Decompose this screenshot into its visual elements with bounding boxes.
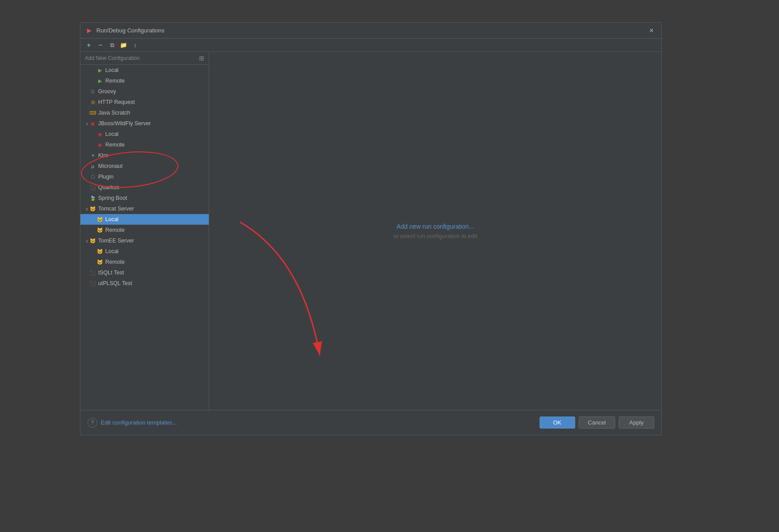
tree-icon-tomee-server: 🐱 <box>89 237 96 244</box>
tree-label-local-0: Local <box>105 67 119 73</box>
tree-item-spring-boot[interactable]: 🍃Spring Boot <box>80 193 209 203</box>
tree-icon-groovy: G <box>89 88 96 95</box>
tree-label-spring-boot: Spring Boot <box>98 195 127 201</box>
tree-icon-tomcat-remote: 🐱 <box>96 226 103 234</box>
tree-icon-jboss-wildfly: ◉ <box>89 120 96 127</box>
tree-label-tomcat-remote: Remote <box>105 227 125 233</box>
left-panel: Add New Configuration ⊞ ▶Local▶RemoteGGr… <box>80 52 209 410</box>
tree-item-remote-0[interactable]: ▶Remote <box>80 75 209 86</box>
tree-icon-jboss-local: ◉ <box>96 131 103 138</box>
add-new-config-link[interactable]: Add new run configuration... <box>397 223 474 230</box>
right-panel: Add new run configuration... or select r… <box>209 52 661 410</box>
tree-item-groovy[interactable]: GGroovy <box>80 86 209 97</box>
tree-item-jboss-remote[interactable]: ◉Remote <box>80 139 209 150</box>
tree-item-java-scratch[interactable]: ⌨Java Scratch <box>80 107 209 118</box>
tree-item-ktor[interactable]: ✦Ktor <box>80 150 209 161</box>
edit-templates-link[interactable]: Edit configuration templates... <box>101 419 177 426</box>
tree-label-remote-0: Remote <box>105 78 125 84</box>
pin-icon: ⊞ <box>199 55 204 62</box>
sort-config-toolbar-btn[interactable]: ↕ <box>130 40 140 50</box>
tree-item-plugin[interactable]: ⬡Plugin <box>80 171 209 182</box>
tree-item-tomee-local[interactable]: 🐱Local <box>80 246 209 257</box>
folder-config-toolbar-btn[interactable]: 📁 <box>119 40 128 50</box>
tree-item-tomcat-remote[interactable]: 🐱Remote <box>80 225 209 235</box>
tree-icon-tomee-local: 🐱 <box>96 248 103 255</box>
tree-item-utplsql[interactable]: ⬛utPLSQL Test <box>80 278 209 289</box>
tree-arrow-tomcat-server: ∨ <box>84 206 89 211</box>
dialog-title-area: ▶ Run/Debug Configurations <box>86 27 164 34</box>
tree-label-jboss-wildfly: JBoss/WildFly Server <box>98 120 151 127</box>
tree-item-quarkus[interactable]: ⬛Quarkus <box>80 182 209 193</box>
tree-item-tomcat-local[interactable]: 🐱Local <box>80 214 209 225</box>
tree-icon-utplsql: ⬛ <box>89 280 96 287</box>
tree-item-tsqlt[interactable]: ⬛tSQLt Test <box>80 267 209 278</box>
config-tree[interactable]: ▶Local▶RemoteGGroovy⊞HTTP Request⌨Java S… <box>80 65 209 410</box>
footer-left: ? Edit configuration templates... <box>87 418 177 428</box>
dialog-toolbar: + − ⧉ 📁 ↕ <box>80 39 661 52</box>
tree-label-tomee-local: Local <box>105 248 119 254</box>
tree-label-groovy: Groovy <box>98 88 116 95</box>
tree-label-micronaut: Micronaut <box>98 163 123 169</box>
tree-label-tomcat-local: Local <box>105 216 119 222</box>
add-config-hint-text: or select run configuration to edit <box>393 233 477 239</box>
tree-label-quarkus: Quarkus <box>98 184 119 191</box>
tree-item-local-0[interactable]: ▶Local <box>80 65 209 75</box>
close-button[interactable]: × <box>647 26 656 35</box>
remove-config-toolbar-btn[interactable]: − <box>95 40 105 50</box>
tree-item-tomee-remote[interactable]: 🐱Remote <box>80 257 209 267</box>
footer-buttons: OK Cancel Apply <box>540 417 654 429</box>
copy-config-toolbar-btn[interactable]: ⧉ <box>107 40 117 50</box>
tree-icon-quarkus: ⬛ <box>89 184 96 191</box>
dialog-body: Add New Configuration ⊞ ▶Local▶RemoteGGr… <box>80 52 661 410</box>
dialog-titlebar: ▶ Run/Debug Configurations × <box>80 23 661 39</box>
tree-icon-tsqlt: ⬛ <box>89 269 96 276</box>
left-panel-header: Add New Configuration ⊞ <box>80 52 209 65</box>
tree-icon-remote-0: ▶ <box>96 77 103 84</box>
dialog-title-text: Run/Debug Configurations <box>96 27 164 34</box>
tree-label-tomee-remote: Remote <box>105 259 125 265</box>
tree-label-tsqlt: tSQLt Test <box>98 270 124 276</box>
add-config-toolbar-btn[interactable]: + <box>84 40 94 50</box>
tree-icon-plugin: ⬡ <box>89 173 96 180</box>
tree-icon-http-request: ⊞ <box>89 99 96 106</box>
tree-icon-local-0: ▶ <box>96 67 103 74</box>
tree-icon-tomcat-local: 🐱 <box>96 216 103 223</box>
tree-item-http-request[interactable]: ⊞HTTP Request <box>80 97 209 107</box>
help-button[interactable]: ? <box>87 418 97 428</box>
dialog-title-icon: ▶ <box>86 27 93 34</box>
tree-arrow-tomee-server: ∨ <box>84 238 89 243</box>
tree-label-ktor: Ktor <box>98 152 108 159</box>
tree-item-tomee-server[interactable]: ∨🐱TomEE Server <box>80 235 209 246</box>
tree-label-jboss-local: Local <box>105 131 119 137</box>
tree-label-jboss-remote: Remote <box>105 142 125 148</box>
tree-icon-micronaut: μ <box>89 163 96 170</box>
apply-button[interactable]: Apply <box>619 417 654 429</box>
tree-label-http-request: HTTP Request <box>98 99 135 105</box>
left-panel-title: Add New Configuration <box>85 55 139 61</box>
tree-label-utplsql: utPLSQL Test <box>98 280 132 286</box>
tree-arrow-jboss-wildfly: ∨ <box>84 121 89 126</box>
tree-label-plugin: Plugin <box>98 174 114 180</box>
tree-icon-tomee-remote: 🐱 <box>96 258 103 266</box>
tree-icon-java-scratch: ⌨ <box>89 109 96 116</box>
tree-icon-ktor: ✦ <box>89 152 96 159</box>
tree-icon-spring-boot: 🍃 <box>89 195 96 202</box>
dialog-footer: ? Edit configuration templates... OK Can… <box>80 410 661 435</box>
dialog-overlay: ▶ Run/Debug Configurations × + − ⧉ 📁 ↕ A… <box>0 0 779 532</box>
tree-icon-tomcat-server: 🐱 <box>89 205 96 212</box>
tree-icon-jboss-remote: ◉ <box>96 141 103 148</box>
ok-button[interactable]: OK <box>540 417 575 429</box>
tree-item-jboss-wildfly[interactable]: ∨◉JBoss/WildFly Server <box>80 118 209 129</box>
tree-label-tomcat-server: Tomcat Server <box>98 206 134 212</box>
tree-item-tomcat-server[interactable]: ∨🐱Tomcat Server <box>80 203 209 214</box>
tree-item-jboss-local[interactable]: ◉Local <box>80 129 209 139</box>
cancel-button[interactable]: Cancel <box>579 417 615 429</box>
tree-label-tomee-server: TomEE Server <box>98 238 134 244</box>
tree-item-micronaut[interactable]: μMicronaut <box>80 161 209 171</box>
run-debug-dialog: ▶ Run/Debug Configurations × + − ⧉ 📁 ↕ A… <box>80 22 662 435</box>
tree-label-java-scratch: Java Scratch <box>98 110 130 116</box>
